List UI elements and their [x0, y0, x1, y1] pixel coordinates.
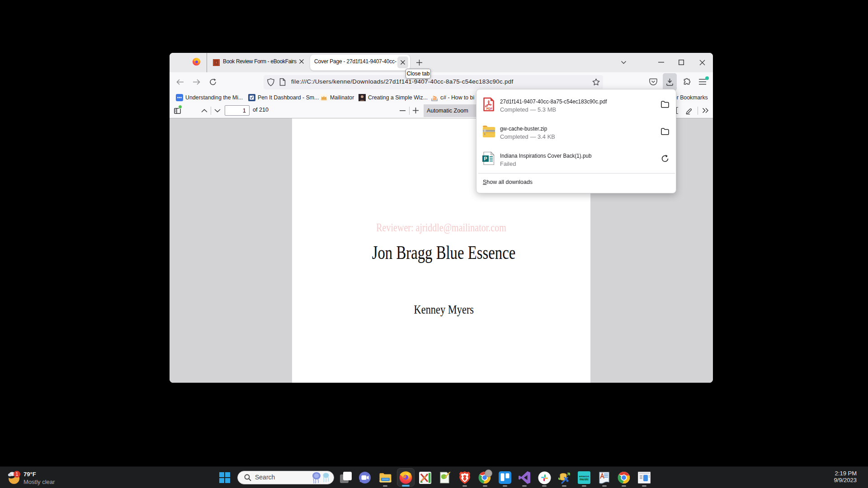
svg-text:PDF: PDF	[486, 107, 492, 110]
svg-text:P: P	[484, 156, 487, 161]
svg-text:music: music	[580, 478, 589, 481]
